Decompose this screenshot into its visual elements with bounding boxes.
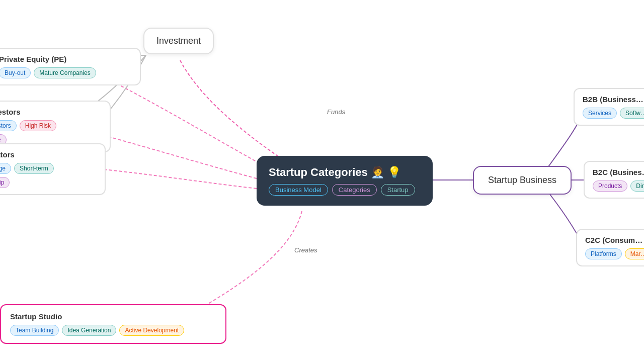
b2b-tags: Services Softw… <box>583 108 644 119</box>
investment-node[interactable]: Investment <box>143 28 214 54</box>
tag-startup[interactable]: Startup <box>381 184 415 196</box>
studio-tag-team[interactable]: Team Building <box>10 325 59 336</box>
accel-tags: Early Stage Short-term Mentorship <box>0 163 97 188</box>
creates-connection-label: Creates <box>294 246 317 254</box>
b2b-tag-services[interactable]: Services <box>583 108 617 119</box>
b2c-tag-products[interactable]: Products <box>593 180 627 192</box>
investment-label: Investment <box>156 36 201 46</box>
c2c-tag-platforms[interactable]: Platforms <box>585 248 622 259</box>
startup-studio-node[interactable]: Startup Studio Team Building Idea Genera… <box>0 304 226 344</box>
angel-tags: Angel Investors High Risk Seed Stage <box>0 120 102 145</box>
accelerators-card[interactable]: Accelerators Early Stage Short-term Ment… <box>0 143 106 195</box>
b2b-tag-softw[interactable]: Softw… <box>620 108 644 119</box>
center-node[interactable]: Startup Categories 🧑‍💼 💡 Business Model … <box>257 156 433 206</box>
b2b-title: B2B (Business… <box>583 95 644 104</box>
studio-tag-active[interactable]: Active Development <box>119 325 184 336</box>
b2c-node[interactable]: B2C (Busines… Products Direc… <box>584 161 644 199</box>
mind-map-canvas: Funds Creates Investment Startup Categor… <box>0 0 644 362</box>
angel-tag-highrisk[interactable]: High Risk <box>20 120 56 131</box>
center-tags: Business Model Categories Startup <box>269 184 421 196</box>
funds-connection-label: Funds <box>327 108 345 116</box>
b2c-title: B2C (Busines… <box>593 168 644 176</box>
b2c-tags: Products Direc… <box>593 180 644 192</box>
accel-tag-early[interactable]: Early Stage <box>0 163 11 174</box>
studio-tag-idea[interactable]: Idea Generation <box>62 325 116 336</box>
studio-title: Startup Studio <box>10 312 216 321</box>
center-title: Startup Categories 🧑‍💼 💡 <box>269 166 421 179</box>
studio-tags: Team Building Idea Generation Active Dev… <box>10 325 216 336</box>
accel-title: Accelerators <box>0 150 97 159</box>
pe-tag-mature[interactable]: Mature Companies <box>34 67 96 78</box>
startup-business-node[interactable]: Startup Business <box>473 166 572 195</box>
private-equity-card[interactable]: Private Equity (PE) Buy-out Mature Compa… <box>0 48 141 85</box>
tag-categories[interactable]: Categories <box>332 184 377 196</box>
accel-tag-short[interactable]: Short-term <box>14 163 54 174</box>
pe-title: Private Equity (PE) <box>0 55 132 63</box>
c2c-tags: Platforms Mar… <box>585 248 644 259</box>
tag-business-model[interactable]: Business Model <box>269 184 328 196</box>
pe-tag-buyout[interactable]: Buy-out <box>0 67 31 78</box>
c2c-title: C2C (Consum… <box>585 236 644 244</box>
angel-tag-angel[interactable]: Angel Investors <box>0 120 17 131</box>
accel-tag-mentor[interactable]: Mentorship <box>0 177 10 188</box>
c2c-node[interactable]: C2C (Consum… Platforms Mar… <box>576 229 644 266</box>
b2c-tag-direct[interactable]: Direc… <box>630 180 644 192</box>
startup-business-label: Startup Business <box>488 175 556 185</box>
b2b-node[interactable]: B2B (Business… Services Softw… <box>574 88 644 126</box>
pe-tags: Buy-out Mature Companies <box>0 67 132 78</box>
angel-title: Angel Investors <box>0 108 102 116</box>
c2c-tag-mar[interactable]: Mar… <box>625 248 644 259</box>
